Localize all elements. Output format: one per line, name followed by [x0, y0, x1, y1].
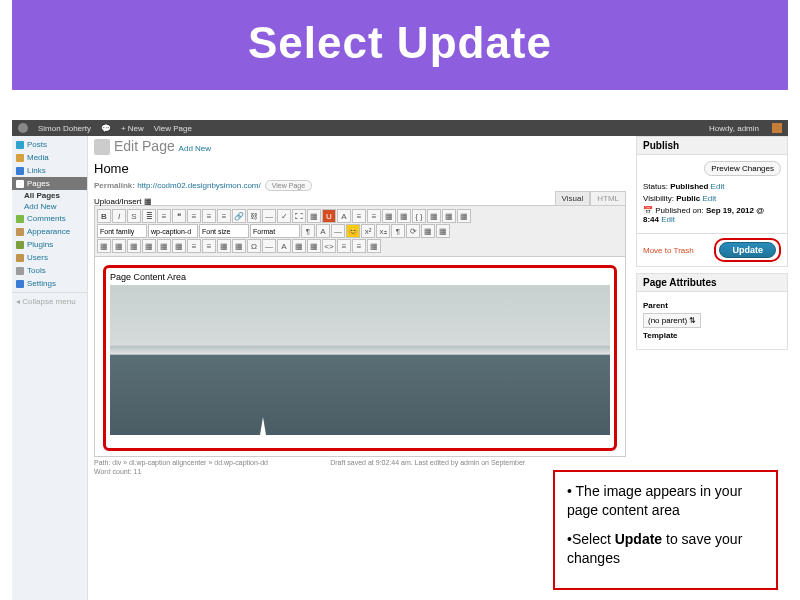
add-media-icon[interactable]: ▦: [144, 197, 152, 206]
font-family-select[interactable]: Font family: [97, 224, 147, 238]
y-button[interactable]: ≡: [367, 209, 381, 223]
parent-select[interactable]: (no parent) ⇅: [643, 313, 701, 328]
inserted-image[interactable]: [110, 285, 610, 435]
highlight-button[interactable]: 😊: [346, 224, 360, 238]
row3-b5[interactable]: ▦: [157, 239, 171, 253]
tab-visual[interactable]: Visual: [555, 191, 591, 206]
edit-visibility-link[interactable]: Edit: [702, 194, 716, 203]
font-size-select[interactable]: Font size: [199, 224, 249, 238]
content-editor[interactable]: Page Content Area: [94, 257, 626, 457]
bold-button[interactable]: B: [97, 209, 111, 223]
row3-b3[interactable]: ▦: [127, 239, 141, 253]
collapse-menu[interactable]: ◂ Collapse menu: [12, 292, 87, 310]
row2-b4[interactable]: x²: [361, 224, 375, 238]
row3-b19[interactable]: ▦: [367, 239, 381, 253]
align-center-button[interactable]: ≡: [202, 209, 216, 223]
row2-b7[interactable]: ⟳: [406, 224, 420, 238]
row3-b18[interactable]: ≡: [352, 239, 366, 253]
sidebar-item-links[interactable]: Links: [12, 164, 87, 177]
sidebar-sub-all-pages[interactable]: All Pages: [12, 190, 87, 201]
spell-button[interactable]: ✓: [277, 209, 291, 223]
visibility-label: Visibility:: [643, 194, 674, 203]
sidebar-item-media[interactable]: Media: [12, 151, 87, 164]
page-title-input[interactable]: Home: [94, 161, 626, 176]
sidebar-item-pages[interactable]: Pages: [12, 177, 87, 190]
row3-b7[interactable]: ≡: [187, 239, 201, 253]
permalink-url[interactable]: http://codm02.designbysimon.com/: [137, 181, 261, 190]
align-left-button[interactable]: ≡: [187, 209, 201, 223]
edit-date-link[interactable]: Edit: [661, 215, 675, 224]
abc-button[interactable]: A: [337, 209, 351, 223]
italic-button[interactable]: I: [112, 209, 126, 223]
update-button[interactable]: Update: [719, 242, 776, 258]
preview-changes-button[interactable]: Preview Changes: [704, 161, 781, 176]
sidebar-item-posts[interactable]: Posts: [12, 138, 87, 151]
sidebar-item-plugins[interactable]: Plugins: [12, 238, 87, 251]
code-button[interactable]: { }: [412, 209, 426, 223]
speech-bubble-icon[interactable]: 💬: [101, 124, 111, 133]
row2-b1[interactable]: ¶: [301, 224, 315, 238]
row3-b10[interactable]: ▦: [232, 239, 246, 253]
z-button[interactable]: ▦: [382, 209, 396, 223]
row2-b5[interactable]: x₂: [376, 224, 390, 238]
align-right-button[interactable]: ≡: [217, 209, 231, 223]
sidebar-item-comments[interactable]: Comments: [12, 212, 87, 225]
row2-b2[interactable]: A: [316, 224, 330, 238]
add-new-link[interactable]: Add New: [179, 144, 211, 153]
row3-b6[interactable]: ▦: [172, 239, 186, 253]
move-to-trash-link[interactable]: Move to Trash: [643, 246, 694, 255]
row3-b13[interactable]: A: [277, 239, 291, 253]
more-button[interactable]: —: [262, 209, 276, 223]
strike-button[interactable]: S: [127, 209, 141, 223]
sidebar-item-settings[interactable]: Settings: [12, 277, 87, 290]
row2-b3[interactable]: —: [331, 224, 345, 238]
sailboat-icon: [260, 417, 266, 435]
tab-html[interactable]: HTML: [590, 191, 626, 206]
row3-b11[interactable]: Ω: [247, 239, 261, 253]
link-button[interactable]: 🔗: [232, 209, 246, 223]
edit-status-link[interactable]: Edit: [711, 182, 725, 191]
visibility-value: Public: [676, 194, 700, 203]
view-page-button[interactable]: View Page: [265, 180, 312, 191]
row3-b4[interactable]: ▦: [142, 239, 156, 253]
page-attributes-box: Page Attributes Parent (no parent) ⇅ Tem…: [636, 273, 788, 350]
sidebar-item-tools[interactable]: Tools: [12, 264, 87, 277]
row3-b2[interactable]: ▦: [112, 239, 126, 253]
avatar[interactable]: [772, 123, 782, 133]
table-button[interactable]: ▦: [427, 209, 441, 223]
row2-b6[interactable]: ¶: [391, 224, 405, 238]
unlink-button[interactable]: ⛓: [247, 209, 261, 223]
wordpress-logo-icon[interactable]: [18, 123, 28, 133]
fullscreen-button[interactable]: ⛶: [292, 209, 306, 223]
editor-path: Path: div » dl.wp-caption aligncenter » …: [94, 459, 626, 466]
x-button[interactable]: ≡: [352, 209, 366, 223]
row3-b16[interactable]: <>: [322, 239, 336, 253]
ul-color-button[interactable]: U: [322, 209, 336, 223]
users-icon: [16, 254, 24, 262]
row3-b1[interactable]: ▦: [97, 239, 111, 253]
ul-button[interactable]: ≣: [142, 209, 156, 223]
quote-button[interactable]: ❝: [172, 209, 186, 223]
sidebar-item-appearance[interactable]: Appearance: [12, 225, 87, 238]
format-select[interactable]: Format: [250, 224, 300, 238]
view-page-link[interactable]: View Page: [154, 124, 192, 133]
sidebar-sub-add-new[interactable]: Add New: [12, 201, 87, 212]
row3-b17[interactable]: ≡: [337, 239, 351, 253]
row3-b14[interactable]: ▦: [292, 239, 306, 253]
row3-b12[interactable]: —: [262, 239, 276, 253]
ol-button[interactable]: ≡: [157, 209, 171, 223]
site-name[interactable]: Simon Doherty: [38, 124, 91, 133]
row3-b8[interactable]: ≡: [202, 239, 216, 253]
sidebar-item-users[interactable]: Users: [12, 251, 87, 264]
row3-b15[interactable]: ▦: [307, 239, 321, 253]
row3-b9[interactable]: ▦: [217, 239, 231, 253]
howdy-user[interactable]: Howdy, admin: [709, 124, 759, 133]
row2-b9[interactable]: ▦: [436, 224, 450, 238]
t3-button[interactable]: ▦: [457, 209, 471, 223]
row2-b8[interactable]: ▦: [421, 224, 435, 238]
t2-button[interactable]: ▦: [442, 209, 456, 223]
kitchensink-button[interactable]: ▦: [307, 209, 321, 223]
img-button[interactable]: ▦: [397, 209, 411, 223]
new-menu[interactable]: + New: [121, 124, 144, 133]
caption-style-select[interactable]: wp-caption-d: [148, 224, 198, 238]
